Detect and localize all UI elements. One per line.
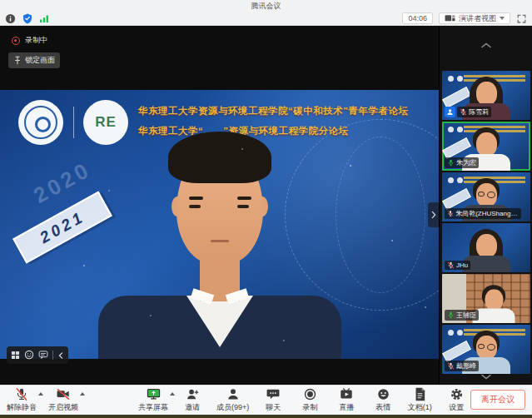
recording-indicator: 录制中 <box>12 35 47 46</box>
participant-label: 王辅臣 <box>445 310 479 321</box>
chat-icon <box>266 387 281 401</box>
meeting-window: 腾讯会议 04:06 演讲者视图 <box>0 0 532 418</box>
mic-muted-icon <box>460 108 467 116</box>
scroll-down-chevron[interactable] <box>440 374 532 380</box>
year-ribbon: 2021 <box>12 192 112 264</box>
mic-on-icon <box>447 159 455 167</box>
participant-name: JHu <box>456 261 468 269</box>
record-button[interactable]: 录制 <box>297 387 322 413</box>
participant-tile[interactable]: 陈雪莉 <box>442 71 530 120</box>
participant-label: 戴形峰 <box>445 361 479 371</box>
invite-button[interactable]: 邀请 <box>180 387 205 413</box>
participant-label: 朱为宏 <box>445 157 479 168</box>
ribbon-year-text: 2021 <box>37 207 88 246</box>
chat-button[interactable]: 聊天 <box>261 387 286 413</box>
main-speaker-area: 录制中 锁定画面 RE 华东理工大学资源与环境工程学院“碳中和技术”青年学者论坛… <box>0 26 439 385</box>
live-stream-icon <box>339 387 354 401</box>
participant-label: JHu <box>445 261 470 270</box>
pin-icon <box>13 56 22 65</box>
participant-name: 戴形峰 <box>456 361 476 371</box>
mic-muted-icon <box>14 387 29 401</box>
meeting-timer: 04:06 <box>402 12 433 24</box>
timer-value: 04:06 <box>408 14 427 22</box>
participant-name: 朱尚乾(ZHUShangqian) <box>455 209 519 218</box>
participant-tile[interactable]: JHu <box>442 223 530 272</box>
record-label: 录制 <box>302 402 317 413</box>
participant-tile[interactable]: 戴形峰 <box>442 325 530 374</box>
share-screen-button[interactable]: 共享屏幕 <box>138 387 168 413</box>
logo-divider <box>73 107 74 138</box>
scroll-up-chevron[interactable] <box>440 42 532 48</box>
pin-label: 锁定画面 <box>25 55 55 66</box>
security-shield-icon[interactable] <box>22 13 32 24</box>
docs-label: 文档(1) <box>408 402 432 413</box>
emoji-overlay-icon[interactable] <box>24 348 34 363</box>
settings-button[interactable]: 设置 <box>444 387 469 413</box>
header-status-icons <box>5 13 49 24</box>
header-right-controls: 04:06 演讲者视图 <box>402 12 527 24</box>
members-label: 成员(99+) <box>216 402 249 413</box>
leave-meeting-button[interactable]: 离开会议 <box>470 390 525 410</box>
layout-grid-icon[interactable] <box>11 348 20 363</box>
record-icon <box>303 387 317 401</box>
globe-decoration <box>285 119 439 311</box>
desktop-background-strip <box>0 415 532 418</box>
sidebar-collapse-handle[interactable] <box>428 202 439 227</box>
participant-name: 朱为宏 <box>456 158 476 167</box>
camera-muted-icon <box>55 387 72 401</box>
view-mode-label: 演讲者视图 <box>459 13 496 24</box>
invite-icon <box>185 387 201 401</box>
participant-tile[interactable]: 王辅臣 <box>442 274 530 323</box>
unmute-button[interactable]: 解除静音 <box>7 387 37 413</box>
chevron-right-icon <box>430 210 437 220</box>
participant-label: 朱尚乾(ZHUShangqian) <box>445 208 521 219</box>
members-icon <box>226 387 241 401</box>
share-screen-label: 共享屏幕 <box>138 402 168 413</box>
live-button[interactable]: 直播 <box>334 387 359 413</box>
start-video-button[interactable]: 开启视频 <box>48 387 78 413</box>
header-row: 04:06 演讲者视图 <box>0 12 532 26</box>
mic-muted-icon <box>447 210 454 217</box>
mic-on-icon <box>447 311 455 319</box>
participant-name: 王辅臣 <box>456 311 476 320</box>
share-screen-icon <box>146 387 162 401</box>
live-label: 直播 <box>339 402 354 413</box>
view-mode-button[interactable]: 演讲者视图 <box>439 12 510 24</box>
toolbar-center-group: 共享屏幕 邀请 成员(99+) 聊天 <box>138 387 469 413</box>
video-options-caret[interactable] <box>80 392 85 396</box>
docs-button[interactable]: 文档(1) <box>407 387 432 413</box>
participant-tile[interactable]: 朱为宏 <box>442 122 530 171</box>
re-logo-text: RE <box>95 114 117 131</box>
meeting-info-icon[interactable] <box>5 13 16 24</box>
recording-dot-icon <box>12 37 20 45</box>
banner-title-line1: 华东理工大学资源与环境工程学院“碳中和技术”青年学者论坛 <box>138 105 409 117</box>
share-options-caret[interactable] <box>170 392 175 396</box>
collapse-left-icon[interactable] <box>57 348 64 363</box>
app-title: 腾讯会议 <box>251 1 281 12</box>
chat-label: 聊天 <box>266 402 281 413</box>
re-logo: RE <box>83 100 128 145</box>
chat-overlay-icon[interactable] <box>38 348 48 363</box>
recording-label: 录制中 <box>25 35 47 46</box>
network-signal-icon[interactable] <box>38 13 49 24</box>
chevron-down-icon <box>500 17 505 20</box>
participant-tile[interactable]: 朱尚乾(ZHUShangqian) <box>442 172 530 221</box>
mic-muted-icon <box>447 261 455 269</box>
document-icon <box>414 387 426 401</box>
mic-options-caret[interactable] <box>38 392 43 396</box>
participant-name: 陈雪莉 <box>469 107 489 117</box>
fullscreen-icon[interactable] <box>516 13 527 24</box>
university-logo <box>18 100 63 145</box>
emoji-icon <box>376 387 390 401</box>
participant-tiles: 陈雪莉 朱为宏 <box>442 71 530 374</box>
host-badge-icon <box>445 107 455 117</box>
pin-view-button[interactable]: 锁定画面 <box>8 52 60 68</box>
participants-sidebar: 陈雪莉 朱为宏 <box>439 26 532 385</box>
pill-divider <box>52 351 53 360</box>
main-video-feed[interactable]: RE 华东理工大学资源与环境工程学院“碳中和技术”青年学者论坛 华东理工大学“…… <box>0 90 439 359</box>
titlebar: 腾讯会议 <box>0 0 532 12</box>
participant-label: 陈雪莉 <box>445 107 491 117</box>
members-button[interactable]: 成员(99+) <box>216 387 249 413</box>
bottom-toolbar: 解除静音 开启视频 共享屏幕 邀请 <box>0 385 532 415</box>
emoji-button[interactable]: 表情 <box>370 387 395 413</box>
